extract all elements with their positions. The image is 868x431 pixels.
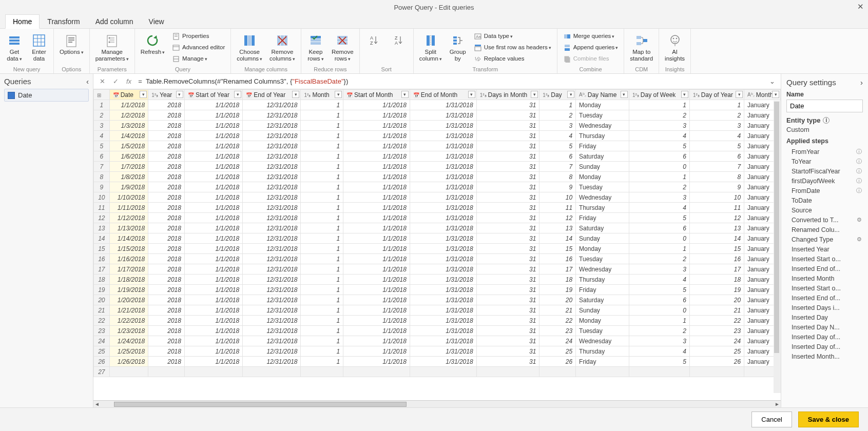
step-fromyear[interactable]: FromYearⓘ (786, 147, 863, 156)
table-row[interactable]: 221/22/201820181/1/201812/31/201811/1/20… (94, 316, 781, 326)
gear-icon[interactable]: ⚙ (857, 217, 862, 223)
info-icon[interactable]: ⓘ (856, 167, 862, 175)
column-filter-icon[interactable]: ▾ (736, 91, 743, 98)
step-inserted-days-i-[interactable]: Inserted Days i... (786, 303, 863, 312)
table-row[interactable]: 141/14/201820181/1/201812/31/201811/1/20… (94, 233, 781, 244)
step-toyear[interactable]: ToYearⓘ (786, 156, 863, 166)
table-row[interactable]: 51/5/201820181/1/201812/31/201811/1/2018… (94, 141, 781, 151)
step-inserted-day-of-[interactable]: Inserted Day of... (786, 332, 863, 342)
table-row[interactable]: 201/20/201820181/1/201812/31/201811/1/20… (94, 295, 781, 305)
append-queries-button[interactable]: Append queries (561, 42, 621, 53)
column-header-day[interactable]: 1²₃Day▾ (539, 90, 576, 100)
column-filter-icon[interactable]: ▾ (234, 91, 241, 98)
query-item-date[interactable]: Date (4, 89, 89, 102)
column-header-day-of-week[interactable]: 1²₃Day of Week▾ (629, 90, 689, 100)
table-row[interactable]: 171/17/201820181/1/201812/31/201811/1/20… (94, 264, 781, 275)
info-icon[interactable]: ⓘ (856, 148, 862, 155)
table-row[interactable]: 231/23/201820181/1/201812/31/201811/1/20… (94, 326, 781, 336)
column-header-date[interactable]: 📅Date▾ (109, 90, 148, 100)
table-row[interactable]: 241/24/201820181/1/201812/31/201811/1/20… (94, 336, 781, 346)
expand-formula-icon[interactable]: ⌄ (766, 77, 778, 85)
table-row[interactable]: 31/3/201820181/1/201812/31/201811/1/2018… (94, 121, 781, 131)
column-filter-icon[interactable]: ▾ (772, 91, 779, 98)
table-row[interactable]: 181/18/201820181/1/201812/31/201811/1/20… (94, 275, 781, 285)
table-row[interactable]: 101/10/201820181/1/201812/31/201811/1/20… (94, 192, 781, 203)
ai-insights-button[interactable]: AI insights (662, 31, 687, 64)
column-header-end-of-year[interactable]: 📅End of Year▾ (243, 90, 301, 100)
table-row[interactable]: 91/9/201820181/1/201812/31/201811/1/2018… (94, 182, 781, 192)
column-header-month-n[interactable]: Aᵇ꜀Month N▾ (744, 90, 781, 100)
column-header-month[interactable]: 1²₃Month▾ (301, 90, 343, 100)
enter-data-button[interactable]: Enter data (28, 31, 50, 64)
data-type-button[interactable]: AaData type (471, 31, 554, 42)
fx-icon[interactable]: fx (123, 76, 134, 87)
step-todate[interactable]: ToDate (786, 195, 863, 205)
refresh-button[interactable]: Refresh (138, 31, 167, 57)
column-filter-icon[interactable]: ▾ (401, 91, 409, 98)
cancel-button[interactable]: Cancel (751, 412, 792, 427)
group-by-button[interactable]: Group by (447, 31, 469, 64)
column-filter-icon[interactable]: ▾ (335, 91, 342, 98)
step-inserted-day-of-[interactable]: Inserted Day of... (786, 342, 863, 351)
expand-settings-icon[interactable]: › (860, 78, 863, 87)
vertical-scrollbar[interactable] (774, 101, 781, 393)
table-row[interactable]: 251/25/201820181/1/201812/31/201811/1/20… (94, 346, 781, 357)
step-changed-type[interactable]: Changed Type⚙ (786, 234, 863, 244)
column-filter-icon[interactable]: ▾ (531, 91, 538, 98)
info-icon[interactable]: i (823, 117, 830, 124)
step-inserted-day[interactable]: Inserted Day (786, 312, 863, 322)
commit-formula-icon[interactable]: ✓ (110, 76, 121, 87)
gear-icon[interactable]: ⚙ (857, 236, 862, 243)
column-header-end-of-month[interactable]: 📅End of Month▾ (410, 90, 476, 100)
table-row[interactable]: 261/26/201820181/1/201812/31/201811/1/20… (94, 357, 781, 367)
table-row[interactable]: 81/8/201820181/1/201812/31/201811/1/2018… (94, 172, 781, 182)
step-inserted-month-[interactable]: Inserted Month... (786, 351, 863, 361)
cancel-formula-icon[interactable]: ✕ (97, 76, 108, 87)
properties-button[interactable]: Properties (169, 31, 227, 42)
collapse-queries-icon[interactable]: ‹ (86, 77, 89, 86)
column-header-start-of-month[interactable]: 📅Start of Month▾ (343, 90, 410, 100)
table-row[interactable]: 61/6/201820181/1/201812/31/201811/1/2018… (94, 151, 781, 162)
data-grid[interactable]: ⊞📅Date▾1²₃Year▾📅Start of Year▾📅End of Ye… (93, 89, 781, 400)
split-column-button[interactable]: Split column (417, 31, 445, 64)
column-header-days-in-month[interactable]: 1²₃Days in Month▾ (476, 90, 539, 100)
manage-button[interactable]: Manage (169, 53, 227, 65)
step-firstdayofweek[interactable]: firstDayofWeekⓘ (786, 176, 863, 186)
merge-queries-button[interactable]: Merge queries (561, 31, 621, 42)
table-row[interactable]: 41/4/201820181/1/201812/31/201811/1/2018… (94, 131, 781, 141)
step-inserted-start-o-[interactable]: Inserted Start o... (786, 254, 863, 264)
column-filter-icon[interactable]: ▾ (681, 91, 688, 98)
tab-home[interactable]: Home (5, 14, 40, 29)
column-filter-icon[interactable]: ▾ (176, 91, 183, 98)
step-inserted-end-of-[interactable]: Inserted End of... (786, 264, 863, 273)
query-name-input[interactable] (786, 100, 863, 112)
table-row[interactable]: 21/2/201820181/1/201812/31/201811/1/2018… (94, 110, 781, 121)
replace-values-button[interactable]: ½Replace values (471, 53, 554, 65)
remove-columns-button[interactable]: Remove columns (267, 31, 298, 64)
column-filter-icon[interactable]: ▾ (140, 91, 147, 98)
tab-transform[interactable]: Transform (40, 14, 87, 28)
first-row-headers-button[interactable]: Use first row as headers (471, 42, 554, 53)
options-button[interactable]: Options (57, 31, 86, 57)
table-row[interactable]: 131/13/201820181/1/201812/31/201811/1/20… (94, 223, 781, 233)
get-data-button[interactable]: Get data (3, 31, 26, 64)
step-inserted-end-of-[interactable]: Inserted End of... (786, 293, 863, 303)
step-startoffiscalyear[interactable]: StartofFiscalYearⓘ (786, 166, 863, 176)
table-row[interactable]: 151/15/201820181/1/201812/31/201811/1/20… (94, 244, 781, 254)
table-row[interactable]: 111/11/201820181/1/201812/31/201811/1/20… (94, 203, 781, 213)
column-header-start-of-year[interactable]: 📅Start of Year▾ (184, 90, 242, 100)
horizontal-scrollbar[interactable]: ◄► (93, 400, 781, 407)
column-header-row[interactable]: ⊞ (94, 90, 110, 100)
info-icon[interactable]: ⓘ (856, 177, 862, 185)
save-close-button[interactable]: Save & close (798, 412, 859, 427)
tab-view[interactable]: View (141, 14, 172, 28)
sort-desc-button[interactable]: ZA (388, 31, 410, 50)
step-inserted-start-o-[interactable]: Inserted Start o... (786, 283, 863, 293)
step-source[interactable]: Source (786, 205, 863, 215)
info-icon[interactable]: ⓘ (856, 158, 862, 165)
step-fromdate[interactable]: FromDateⓘ (786, 186, 863, 195)
step-inserted-day-n-[interactable]: Inserted Day N... (786, 322, 863, 332)
sort-asc-button[interactable]: AZ (363, 31, 385, 50)
step-inserted-year[interactable]: Inserted Year (786, 244, 863, 254)
table-row[interactable]: 211/21/201820181/1/201812/31/201811/1/20… (94, 305, 781, 316)
